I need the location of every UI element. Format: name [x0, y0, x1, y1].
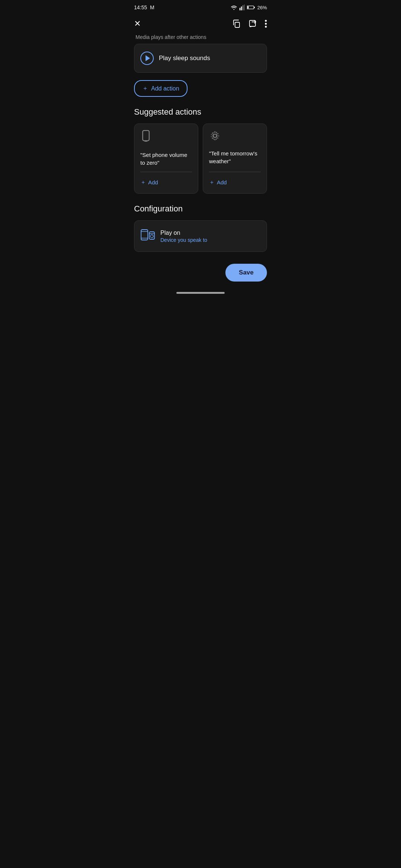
svg-point-21 — [150, 235, 153, 238]
svg-rect-3 — [244, 4, 245, 10]
svg-rect-6 — [247, 6, 248, 9]
suggestion-add-label-1: Add — [217, 179, 227, 185]
config-card[interactable]: Play on Device you speak to — [134, 220, 267, 252]
status-time: 14:55 — [134, 4, 147, 10]
battery-icon — [247, 5, 255, 10]
status-left: 14:55 M — [134, 4, 154, 10]
media-subtitle: Media plays after other actions — [134, 34, 267, 40]
config-text-block: Play on Device you speak to — [160, 230, 207, 243]
suggestion-add-plus-1: ＋ — [209, 179, 215, 186]
suggestion-add-plus-0: ＋ — [140, 179, 146, 186]
current-action-card[interactable]: Play sleep sounds — [134, 44, 267, 73]
duplicate-icon[interactable] — [232, 19, 241, 28]
svg-point-10 — [265, 20, 267, 22]
svg-point-15 — [213, 134, 216, 137]
svg-point-12 — [265, 26, 267, 28]
save-button[interactable]: Save — [225, 264, 267, 282]
status-bar: 14:55 M 26% — [128, 0, 273, 13]
config-subtitle: Device you speak to — [160, 237, 207, 243]
home-indicator — [176, 292, 225, 294]
play-icon-circle — [140, 52, 154, 65]
phone-volume-icon — [140, 130, 192, 146]
svg-rect-2 — [242, 5, 244, 10]
svg-rect-5 — [254, 7, 255, 8]
wifi-icon — [231, 5, 237, 10]
suggestion-text-0: "Set phone volume to zero" — [140, 151, 192, 167]
add-action-button[interactable]: ＋ Add action — [134, 80, 188, 97]
main-content: Media plays after other actions Play sle… — [128, 34, 273, 252]
suggestion-add-button-1[interactable]: ＋ Add — [209, 177, 261, 187]
configuration-section: Configuration Play on Device you speak t… — [134, 204, 267, 252]
suggestion-card-0[interactable]: "Set phone volume to zero" ＋ Add — [134, 124, 198, 194]
status-right: 26% — [231, 4, 267, 10]
current-action-label: Play sleep sounds — [159, 55, 210, 62]
toolbar: ✕ — [128, 13, 273, 34]
play-triangle-icon — [146, 55, 150, 61]
gmail-icon: M — [150, 4, 154, 10]
svg-rect-13 — [143, 131, 149, 141]
export-icon[interactable] — [248, 19, 257, 28]
toolbar-right — [232, 19, 267, 28]
suggestion-add-button-0[interactable]: ＋ Add — [140, 177, 192, 187]
suggested-actions-title: Suggested actions — [134, 107, 267, 117]
svg-rect-17 — [141, 230, 148, 240]
add-action-text: Add action — [151, 85, 179, 92]
divider-1 — [209, 172, 261, 172]
svg-rect-0 — [239, 8, 241, 10]
signal-icon — [239, 4, 245, 10]
config-title: Play on — [160, 230, 207, 236]
speaker-phone-icon — [140, 227, 155, 245]
close-button[interactable]: ✕ — [134, 19, 141, 28]
save-area: Save — [128, 259, 273, 289]
broadcast-weather-icon — [209, 130, 261, 144]
suggestion-text-1: "Tell me tomorrow's weather" — [209, 149, 261, 167]
svg-rect-1 — [241, 6, 242, 10]
svg-rect-7 — [235, 22, 239, 27]
add-action-plus-icon: ＋ — [142, 85, 148, 92]
battery-text: 26% — [257, 5, 267, 10]
suggestion-card-1[interactable]: "Tell me tomorrow's weather" ＋ Add — [203, 124, 267, 194]
suggestion-add-label-0: Add — [148, 179, 158, 185]
divider-0 — [140, 172, 192, 172]
toolbar-left: ✕ — [134, 19, 232, 29]
svg-point-11 — [265, 23, 267, 25]
more-options-icon[interactable] — [265, 20, 267, 28]
suggested-actions-grid: "Set phone volume to zero" ＋ Add "Tell m… — [134, 124, 267, 194]
svg-rect-20 — [149, 232, 154, 239]
configuration-title: Configuration — [134, 204, 267, 214]
